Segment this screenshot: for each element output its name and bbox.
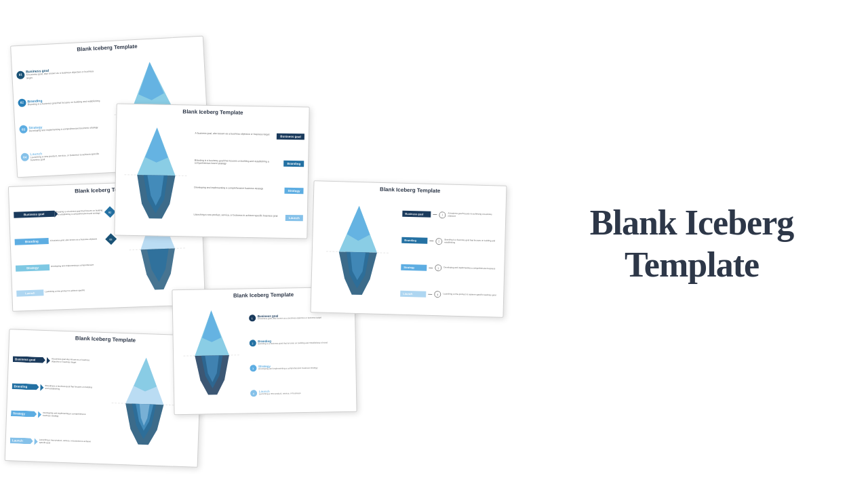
slide-card-4[interactable]: Blank Iceberg Template Business goal: [310, 180, 507, 317]
svg-marker-34: [134, 357, 157, 392]
svg-marker-2: [137, 61, 164, 100]
title-section: Blank Iceberg Template: [515, 175, 868, 314]
main-title: Blank Iceberg Template: [590, 202, 793, 287]
svg-marker-11: [145, 127, 169, 162]
card-2-iceberg: [119, 120, 193, 230]
card-1-labels: 01 Business goal A business goal, also k…: [16, 58, 103, 171]
slide-card-2[interactable]: Blank Iceberg Template A business goal: [114, 104, 309, 239]
slides-collage: Blank Iceberg Template 01 Business goal …: [0, 0, 515, 488]
svg-marker-22: [347, 205, 370, 241]
svg-marker-28: [202, 310, 222, 342]
